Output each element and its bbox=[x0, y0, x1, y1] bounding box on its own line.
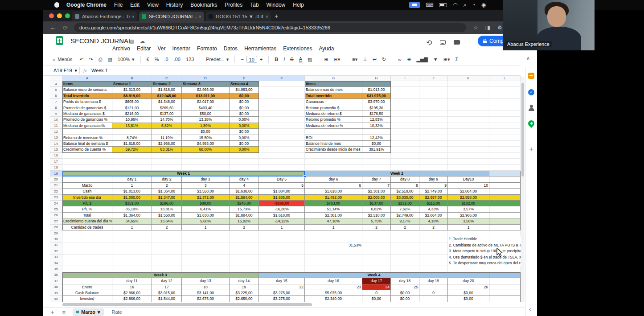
grid-cell[interactable]: $2.966,00 bbox=[112, 290, 152, 296]
grid-cell[interactable] bbox=[489, 284, 521, 290]
grid-cell[interactable]: 5,68% bbox=[182, 218, 230, 224]
grid-cell[interactable]: $1.638,00 bbox=[182, 213, 230, 218]
grid-cell[interactable]: 0,00% bbox=[230, 147, 259, 152]
grid-cell[interactable]: $0,00 bbox=[230, 141, 259, 147]
grid-cell[interactable]: $121,00 bbox=[112, 105, 152, 111]
row-header-31[interactable]: 31 bbox=[50, 242, 62, 248]
grid-cell[interactable] bbox=[489, 290, 521, 296]
grid-cell[interactable]: Invertido ese dia bbox=[62, 195, 112, 201]
grid-cell[interactable]: Items bbox=[305, 81, 362, 87]
grid-cell[interactable] bbox=[419, 254, 448, 260]
decrease-decimals-button[interactable]: .0 bbox=[164, 57, 168, 62]
grid-cell[interactable] bbox=[259, 87, 305, 93]
grid-cell[interactable]: $0,00 bbox=[182, 129, 230, 135]
grid-cell[interactable] bbox=[489, 218, 521, 224]
borders-button[interactable]: ⊞ bbox=[324, 57, 328, 62]
grid-cell[interactable]: 391,91% bbox=[362, 147, 391, 152]
present-to-meet-icon[interactable] bbox=[454, 40, 460, 45]
grid-cell[interactable]: $1.347,00 bbox=[152, 195, 182, 201]
menubar-item-view[interactable]: View bbox=[147, 2, 159, 8]
grid-cell[interactable] bbox=[230, 254, 259, 260]
grid-cell[interactable]: $1.884,00 bbox=[230, 213, 259, 218]
grid-cell[interactable]: Retorno promedio $ bbox=[305, 105, 362, 111]
grid-cell[interactable]: 5. Te despertaste muy cerca del open del… bbox=[448, 260, 521, 266]
grid-cell[interactable]: $4.983,00 bbox=[182, 141, 230, 147]
grid-cell[interactable] bbox=[489, 183, 521, 189]
grid-cell[interactable] bbox=[182, 230, 230, 236]
grid-cell[interactable]: 16 bbox=[112, 284, 152, 290]
grid-cell[interactable]: Semana 4 bbox=[230, 81, 259, 87]
grid-cell[interactable]: 2 bbox=[152, 225, 182, 230]
grid-cell[interactable]: 5 bbox=[259, 183, 305, 189]
grid-cell[interactable]: Retorno de inversion % bbox=[62, 135, 112, 141]
grid-cell[interactable]: $2.381,00 bbox=[362, 189, 391, 194]
row-header-17[interactable]: 17 bbox=[50, 159, 62, 164]
menubar-item-file[interactable]: File bbox=[114, 2, 123, 8]
grid-cell[interactable]: $31.975,00 bbox=[362, 93, 391, 99]
grid-cell[interactable] bbox=[362, 254, 391, 260]
grid-cell[interactable]: Week 3 bbox=[62, 272, 259, 278]
grid-cell[interactable]: Week 1 bbox=[62, 171, 305, 176]
grid-cell[interactable] bbox=[259, 129, 305, 135]
grid-cell[interactable]: 25 bbox=[391, 284, 419, 290]
grid-cell[interactable]: 2 bbox=[152, 183, 182, 189]
grid-cell[interactable] bbox=[182, 248, 230, 254]
collapse-panel-icon[interactable]: ‹ bbox=[529, 306, 531, 312]
grid-cell[interactable]: day 16 bbox=[305, 278, 362, 284]
grid-cell[interactable] bbox=[362, 242, 391, 248]
grid-cell[interactable]: $0,00 bbox=[391, 290, 419, 296]
sheet-tab-marzo[interactable]: Marzo ▾ bbox=[73, 308, 103, 316]
grid-cell[interactable]: 24 bbox=[362, 284, 391, 290]
grid-cell[interactable] bbox=[419, 135, 448, 141]
grid-cell[interactable] bbox=[391, 117, 419, 123]
grid-cell[interactable] bbox=[391, 123, 419, 129]
grid-cell[interactable] bbox=[391, 248, 419, 254]
grid-cell[interactable]: $1.618,00 bbox=[305, 189, 362, 194]
back-icon[interactable]: ← bbox=[50, 25, 56, 31]
select-all-corner[interactable] bbox=[50, 76, 62, 81]
grid-cell[interactable] bbox=[489, 272, 521, 278]
grid-cell[interactable]: 3,57% bbox=[448, 206, 489, 212]
siri-icon[interactable]: ◉ bbox=[481, 0, 486, 10]
grid-cell[interactable]: $2.650,00 bbox=[230, 296, 259, 302]
grid-cell[interactable]: $5.075,00 bbox=[305, 290, 362, 296]
grid-cell[interactable]: Ganancias bbox=[305, 99, 362, 105]
print-button[interactable]: ⎙ bbox=[98, 57, 103, 62]
grid-cell[interactable] bbox=[391, 254, 419, 260]
grid-cell[interactable]: $1.364,00 bbox=[112, 213, 152, 218]
grid-cell[interactable]: $2.017,00 bbox=[182, 99, 230, 105]
grid-cell[interactable] bbox=[489, 278, 521, 284]
menubar-item-help[interactable]: Help bbox=[293, 2, 304, 8]
row-header-23[interactable]: 23 bbox=[50, 195, 62, 201]
grid-cell[interactable] bbox=[259, 254, 305, 260]
grid-cell[interactable]: 6,82% bbox=[152, 123, 182, 129]
grid-cell[interactable]: $2.866,00 bbox=[112, 296, 152, 302]
grid-cell[interactable]: 15,73% bbox=[230, 206, 259, 212]
grid-cell[interactable]: 7 bbox=[362, 183, 391, 189]
grid-cell[interactable] bbox=[230, 153, 259, 159]
apple-icon[interactable] bbox=[54, 2, 59, 8]
grid-cell[interactable] bbox=[152, 260, 182, 266]
grid-cell[interactable]: $2.657,00 bbox=[419, 195, 448, 201]
grid-cell[interactable]: $403,40 bbox=[182, 105, 230, 111]
grid-cell[interactable]: $0,00 bbox=[362, 296, 391, 302]
grid-cell[interactable]: 51,14% bbox=[305, 206, 362, 212]
grid-cell[interactable]: 68,00% bbox=[182, 147, 230, 152]
grid-cell[interactable] bbox=[489, 171, 521, 176]
grid-cell[interactable] bbox=[259, 81, 305, 87]
grid-cell[interactable]: 4. Use demasiado $ en el trade de TSLA, … bbox=[448, 254, 521, 260]
extensions-icon[interactable]: ⚙ bbox=[497, 25, 502, 31]
grid-cell[interactable]: $2.340,00 bbox=[305, 296, 362, 302]
grid-cell[interactable] bbox=[62, 248, 112, 254]
more-formats-button[interactable]: 123 bbox=[186, 57, 194, 62]
grid-cell[interactable]: day 13 bbox=[182, 278, 230, 284]
insert-chart-button[interactable]: ▂▅▇ bbox=[416, 57, 427, 62]
row-header-29[interactable]: 29 bbox=[50, 230, 62, 236]
horizontal-scrollbar-thumb[interactable] bbox=[62, 303, 312, 306]
column-header-I[interactable]: I bbox=[391, 76, 419, 81]
grid-cell[interactable]: Crecimiento cuenta del dia % bbox=[62, 218, 112, 224]
grid-cell[interactable]: $2.864,00 bbox=[419, 213, 448, 218]
grid-cell[interactable]: 13,64% bbox=[152, 218, 182, 224]
grid-cell[interactable]: 31,53% bbox=[305, 242, 362, 248]
grid-cell[interactable] bbox=[489, 195, 521, 201]
